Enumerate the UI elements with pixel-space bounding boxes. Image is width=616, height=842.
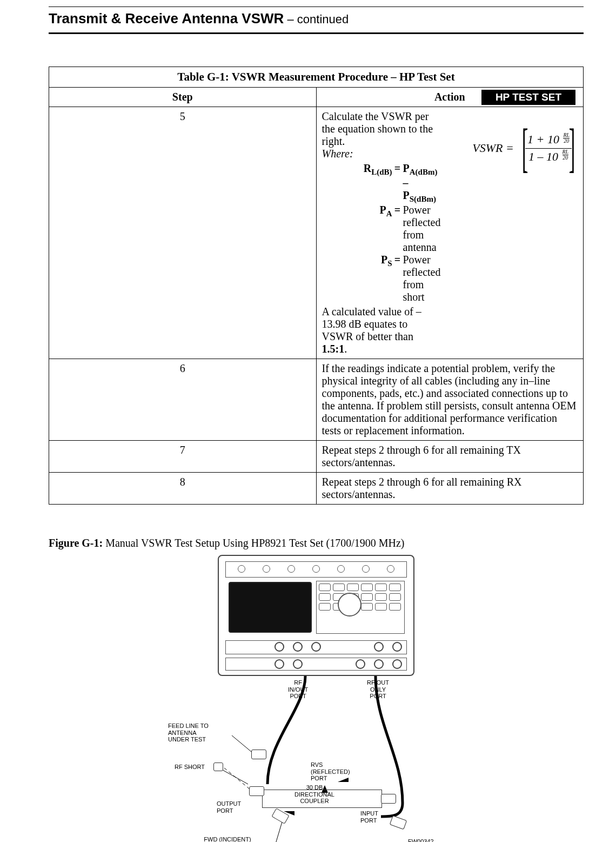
figure-id-label: FW00342 bbox=[408, 838, 434, 842]
step-number: 5 bbox=[49, 107, 317, 359]
step5-last-line: A calculated value of –13.98 dB equates … bbox=[322, 306, 441, 355]
output-port-label: OUTPUTPORT bbox=[217, 800, 241, 814]
def-rl-lhs: R bbox=[364, 162, 371, 174]
vswr-equation: VSWR = [ 1 + 10 RL20 1 – 10 RL20 bbox=[451, 110, 583, 170]
terminated-load-icon bbox=[271, 808, 289, 824]
def-pa-sub: A bbox=[386, 209, 392, 218]
def-pa-eq: = bbox=[394, 204, 400, 216]
step-number: 7 bbox=[49, 441, 317, 473]
def-rl-ps-sub: S(dBm) bbox=[410, 195, 436, 203]
def-ps-sub: S bbox=[387, 259, 392, 268]
step-number: 6 bbox=[49, 359, 317, 441]
exp-bot-1: 20 bbox=[564, 138, 569, 144]
figure-title-rest: Manual VSWR Test Setup Using HP8921 Test… bbox=[103, 537, 404, 549]
page-header: Transmit & Receive Antenna VSWR – contin… bbox=[49, 7, 584, 34]
step5-line1: Calculate the VSWR per the equation show… bbox=[322, 110, 441, 148]
rf-out-only-port-label: RF OUTONLYPORT bbox=[367, 679, 389, 700]
where-label: Where: bbox=[322, 148, 353, 160]
hp8921-instrument-icon bbox=[218, 555, 414, 676]
svg-line-1 bbox=[219, 768, 248, 784]
step5-last-a: A calculated value of –13.98 dB equates … bbox=[322, 306, 421, 342]
step-number: 8 bbox=[49, 473, 317, 505]
def-ps-rhs: Power reflected from short bbox=[403, 254, 441, 303]
def-rl-eq: = bbox=[394, 162, 400, 174]
header-title: Transmit & Receive Antenna VSWR bbox=[49, 10, 284, 26]
rvs-port-label: RVS(REFLECTED)PORT bbox=[311, 761, 350, 782]
table-row: 8 Repeat steps 2 through 6 for all remai… bbox=[49, 473, 584, 505]
def-rl-mid: – P bbox=[403, 177, 410, 201]
exp-bot-2: 20 bbox=[563, 155, 568, 161]
step-column-header: Step bbox=[49, 88, 317, 107]
variable-definitions: RL(dB) = PA(dBm) – PS(dBm) PA = Power re… bbox=[344, 162, 441, 303]
fwd-port-label: FWD (INCIDENT)PORT 50–OHMTERMINATED LOAD bbox=[195, 836, 251, 842]
figure-title-bold: Figure G-1: bbox=[49, 537, 103, 549]
action-header-text: Action bbox=[434, 91, 465, 103]
connector-icon bbox=[381, 794, 396, 804]
step5-last-b: 1.5:1 bbox=[322, 343, 345, 355]
wiring-lines-icon bbox=[143, 676, 489, 842]
feed-line-label: FEED LINE TOANTENNAUNDER TEST bbox=[168, 722, 209, 743]
def-pa-lhs: P bbox=[379, 204, 386, 216]
connector-icon bbox=[251, 750, 266, 759]
action-cell: Repeat steps 2 through 6 for all remaini… bbox=[316, 441, 584, 473]
vswr-eq-lhs: VSWR = bbox=[472, 141, 514, 155]
def-rl-pa: P bbox=[403, 162, 410, 174]
directional-coupler-icon bbox=[262, 790, 382, 808]
figure-diagram: RFIN/OUTPORT RF OUTONLYPORT FEED LINE TO… bbox=[49, 555, 584, 842]
table-title: Table G-1: VSWR Measurement Procedure – … bbox=[49, 67, 584, 88]
procedure-table: Table G-1: VSWR Measurement Procedure – … bbox=[49, 67, 584, 505]
hp-test-set-badge: HP TEST SET bbox=[481, 90, 575, 105]
table-row: 5 Calculate the VSWR per the equation sh… bbox=[49, 107, 584, 359]
rf-short-icon bbox=[213, 763, 223, 771]
input-port-label: INPUTPORT bbox=[360, 810, 378, 824]
figure-title: Figure G-1: Manual VSWR Test Setup Using… bbox=[49, 537, 584, 549]
rf-inout-port-label: RFIN/OUTPORT bbox=[288, 679, 308, 700]
def-rl-sub: L(dB) bbox=[371, 168, 392, 176]
step5-last-c: . bbox=[344, 343, 347, 355]
table-row: 7 Repeat steps 2 through 6 for all remai… bbox=[49, 441, 584, 473]
action-column-header: Action HP TEST SET bbox=[316, 88, 584, 107]
action-cell: If the readings indicate a potential pro… bbox=[316, 359, 584, 441]
vswr-eq-den: 1 – 10 bbox=[528, 150, 558, 163]
bracket-right-icon: ] bbox=[569, 127, 575, 170]
def-rl-pa-sub: A(dBm) bbox=[410, 168, 438, 176]
action-cell: Repeat steps 2 through 6 for all remaini… bbox=[316, 473, 584, 505]
exp-top-2: RL bbox=[563, 149, 569, 155]
action-cell: Calculate the VSWR per the equation show… bbox=[316, 107, 584, 359]
def-ps-lhs: P bbox=[381, 254, 387, 266]
header-subtitle: – continued bbox=[284, 12, 349, 26]
vswr-eq-num: 1 + 10 bbox=[527, 132, 559, 146]
connector-icon bbox=[390, 816, 407, 830]
connector-icon bbox=[249, 786, 264, 796]
bracket-left-icon: [ bbox=[522, 127, 528, 170]
svg-line-0 bbox=[232, 735, 251, 752]
def-ps-eq: = bbox=[394, 254, 400, 266]
rf-short-label: RF SHORT bbox=[175, 764, 205, 771]
def-pa-rhs: Power reflected from antenna bbox=[403, 204, 441, 254]
table-row: 6 If the readings indicate a potential p… bbox=[49, 359, 584, 441]
